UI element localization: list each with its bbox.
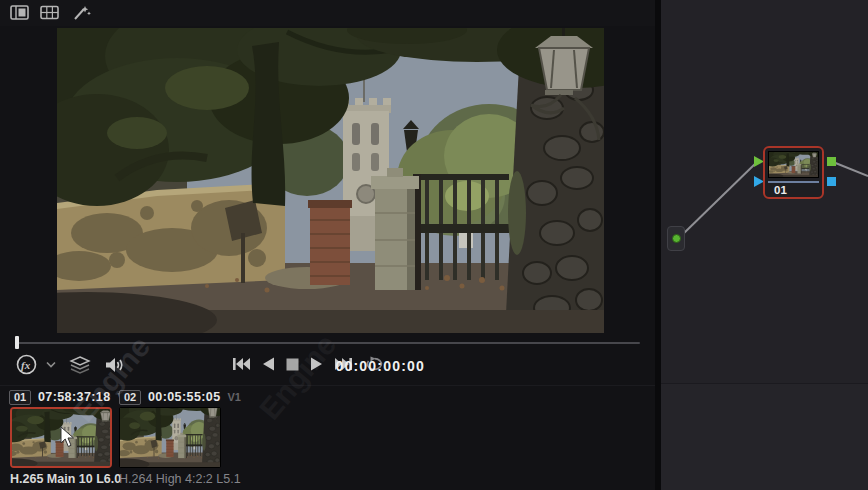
grid-view-icon[interactable] <box>40 4 59 21</box>
clip-2-header: 02 00:05:55:05 V1 <box>119 389 241 405</box>
clip-index-badge: 01 <box>9 390 31 405</box>
clip-index-badge: 02 <box>119 390 141 405</box>
viewer-mode-icon[interactable] <box>10 4 29 21</box>
viewer-canvas[interactable] <box>57 28 604 333</box>
magic-wand-icon[interactable] <box>72 4 91 21</box>
video-frame <box>57 28 604 333</box>
play-reverse-button[interactable] <box>262 357 275 371</box>
skip-start-button[interactable] <box>232 357 251 371</box>
clip-timecode: 07:58:37:18 <box>38 390 111 404</box>
clip-codec-label: H.264 High 4:2:2 L5.1 <box>119 472 241 486</box>
node-graph-panel: 01 <box>661 0 868 490</box>
viewer-toolbar <box>0 0 655 26</box>
source-node[interactable] <box>667 226 685 251</box>
node-key-output-port[interactable] <box>827 177 836 186</box>
source-output-port[interactable] <box>672 234 681 243</box>
svg-text:fx: fx <box>21 359 31 371</box>
node-label: 01 <box>774 184 787 196</box>
stop-button[interactable] <box>286 358 299 371</box>
clip-thumbnail-2[interactable] <box>119 407 221 468</box>
corrector-node-01[interactable]: 01 <box>763 146 824 199</box>
node-connections <box>661 0 868 490</box>
transport-bar: fx <box>0 352 655 382</box>
clip-track: V1 <box>228 391 241 403</box>
color-page: fx <box>0 0 868 490</box>
clip-codec-label: H.265 Main 10 L6.0 <box>10 472 121 486</box>
play-button[interactable] <box>310 357 323 371</box>
layers-icon[interactable] <box>69 356 91 374</box>
node-rgb-output-port[interactable] <box>827 157 836 166</box>
clip-1-header: 01 07:58:37:18 V1 <box>9 389 131 405</box>
fx-bypass-button[interactable]: fx <box>16 354 37 375</box>
speaker-icon[interactable] <box>104 356 124 374</box>
node-label-bar <box>768 181 819 183</box>
section-divider <box>0 385 655 386</box>
timeline-scrubber[interactable] <box>18 342 640 344</box>
chevron-down-icon[interactable] <box>46 361 56 368</box>
clip-thumbnail-1[interactable] <box>10 407 112 468</box>
node-thumbnail <box>768 151 819 178</box>
clip-timecode: 00:05:55:05 <box>148 390 221 404</box>
timecode-display: 00:00:00:00 <box>336 358 425 374</box>
playhead-marker[interactable] <box>15 336 19 349</box>
